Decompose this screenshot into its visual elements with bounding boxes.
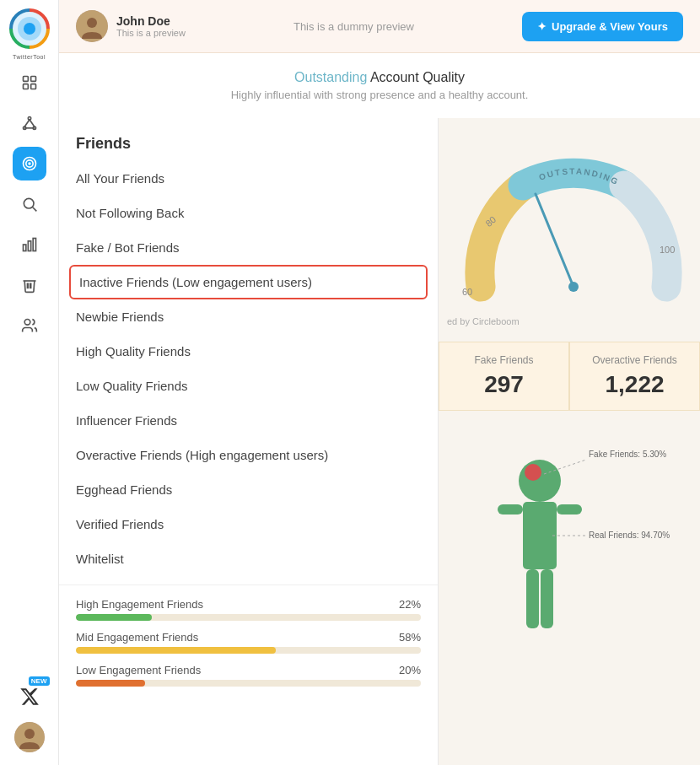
svg-point-29 — [568, 282, 579, 292]
overactive-friends-value: 1,222 — [584, 371, 686, 398]
menu-item-low-quality-friends[interactable]: Low Quality Friends — [59, 369, 438, 403]
overactive-friends-label: Overactive Friends — [584, 354, 686, 366]
header-bar: John Doe This is a preview This is a dum… — [59, 0, 700, 53]
fake-friends-value: 297 — [453, 371, 555, 398]
sidebar-item-delete[interactable] — [13, 268, 46, 302]
svg-rect-20 — [33, 239, 35, 251]
svg-rect-5 — [23, 84, 28, 89]
quality-subtitle: Highly influential with strong presence … — [76, 89, 683, 101]
fake-friends-label: Fake Friends — [453, 354, 555, 366]
progress-high-engagement: High Engagement Friends 22% — [76, 598, 421, 621]
menu-item-not-following-back[interactable]: Not Following Back — [59, 196, 438, 230]
svg-point-35 — [525, 464, 541, 481]
svg-rect-19 — [28, 241, 30, 251]
menu-item-inactive-friends[interactable]: Inactive Friends (Low engagement users) — [69, 265, 428, 299]
quality-title: Outstanding Account Quality — [76, 70, 683, 85]
svg-rect-21 — [27, 283, 28, 288]
circleboom-credit: ed by Circleboom — [447, 316, 520, 326]
menu-item-whitelist[interactable]: Whitelist — [59, 541, 438, 576]
svg-line-11 — [30, 120, 35, 127]
menu-item-high-quality-friends[interactable]: High Quality Friends — [59, 334, 438, 369]
sidebar-item-search[interactable] — [13, 187, 46, 221]
sidebar-item-chart[interactable] — [13, 228, 46, 261]
header-dummy-text: This is a dummy preview — [293, 20, 414, 33]
progress-mid-label: Mid Engagement Friends — [76, 631, 198, 644]
progress-low-label: Low Engagement Friends — [76, 664, 201, 676]
account-text: Account Quality — [367, 70, 465, 84]
progress-mid-engagement: Mid Engagement Friends 58% — [76, 631, 421, 654]
progress-high-percent: 22% — [399, 598, 421, 611]
svg-point-15 — [29, 163, 30, 164]
svg-point-16 — [24, 198, 34, 208]
svg-point-27 — [87, 18, 97, 28]
svg-rect-37 — [498, 504, 523, 514]
progress-mid-bar-bg — [76, 647, 421, 654]
app-logo[interactable]: TwitterTool — [9, 8, 50, 49]
new-badge: NEW — [29, 676, 50, 686]
svg-point-23 — [24, 320, 30, 326]
svg-rect-38 — [557, 504, 582, 514]
sidebar-item-users[interactable] — [13, 309, 46, 342]
svg-rect-6 — [30, 84, 35, 89]
upgrade-label: Upgrade & View Yours — [552, 20, 668, 33]
menu-item-influencer-friends[interactable]: Influencer Friends — [59, 403, 438, 438]
svg-text:100: 100 — [660, 245, 675, 255]
main-content: John Doe This is a preview This is a dum… — [59, 0, 700, 765]
fake-friends-card: Fake Friends 297 — [439, 342, 569, 411]
header-preview-label: This is a preview — [116, 28, 186, 38]
svg-rect-39 — [526, 569, 539, 628]
svg-rect-36 — [523, 502, 557, 569]
progress-low-bar-bg — [76, 680, 421, 687]
svg-line-10 — [24, 120, 30, 127]
svg-line-17 — [32, 207, 36, 212]
svg-rect-22 — [30, 283, 30, 288]
svg-line-28 — [536, 194, 573, 287]
menu-header: Friends — [59, 118, 438, 161]
svg-rect-40 — [541, 569, 553, 628]
header-user-details: John Doe This is a preview — [116, 14, 186, 38]
sidebar-item-dashboard[interactable] — [13, 66, 46, 100]
menu-item-newbie-friends[interactable]: Newbie Friends — [59, 299, 438, 334]
app-name-label: TwitterTool — [9, 54, 50, 60]
progress-high-label: High Engagement Friends — [76, 598, 203, 611]
header-user-info: John Doe This is a preview — [76, 10, 186, 42]
sidebar-bottom: NEW — [13, 680, 46, 765]
upgrade-button[interactable]: ✦ Upgrade & View Yours — [522, 12, 683, 41]
user-avatar-sidebar[interactable] — [14, 722, 45, 752]
sidebar-item-target[interactable] — [13, 147, 46, 180]
stats-row: Fake Friends 297 Overactive Friends 1,22… — [439, 342, 700, 411]
svg-rect-4 — [30, 77, 35, 82]
svg-text:Real Friends: 94.70%: Real Friends: 94.70% — [589, 531, 670, 540]
menu-item-fake-bot-friends[interactable]: Fake / Bot Friends — [59, 230, 438, 265]
progress-mid-percent: 58% — [399, 631, 421, 644]
quality-section: Outstanding Account Quality Highly influ… — [59, 53, 700, 118]
header-avatar — [76, 10, 108, 42]
menu-item-all-friends[interactable]: All Your Friends — [59, 161, 438, 196]
svg-text:60: 60 — [462, 287, 472, 297]
menu-item-verified-friends[interactable]: Verified Friends — [59, 507, 438, 541]
progress-high-bar-bg — [76, 614, 421, 621]
svg-point-25 — [24, 729, 35, 739]
progress-section: High Engagement Friends 22% Mid Engageme… — [59, 585, 438, 705]
content-area: Friends All Your Friends Not Following B… — [59, 118, 700, 765]
menu-item-egghead-friends[interactable]: Egghead Friends — [59, 472, 438, 507]
svg-rect-18 — [23, 245, 25, 251]
svg-point-7 — [28, 117, 30, 120]
progress-low-header: Low Engagement Friends 20% — [76, 664, 421, 676]
upgrade-icon: ✦ — [537, 20, 547, 33]
sidebar-item-x[interactable]: NEW — [13, 680, 46, 714]
progress-mid-bar-fill — [76, 647, 276, 654]
sidebar-item-network[interactable] — [13, 106, 46, 140]
outstanding-text: Outstanding — [294, 70, 367, 84]
svg-text:Fake Friends: 5.30%: Fake Friends: 5.30% — [589, 450, 666, 459]
sidebar: TwitterTool NEW — [0, 0, 59, 765]
body-figure-section: Fake Friends: 5.30% Real Friends: 94.70% — [439, 439, 700, 765]
progress-high-bar-fill — [76, 614, 152, 621]
menu-item-overactive-friends[interactable]: Overactive Friends (High engagement user… — [59, 438, 438, 472]
right-panel: 60 100 OUTSTANDING 80 ed by Circleboom — [439, 118, 700, 765]
progress-mid-header: Mid Engagement Friends 58% — [76, 631, 421, 644]
header-username: John Doe — [116, 14, 186, 28]
progress-low-percent: 20% — [399, 664, 421, 676]
progress-low-bar-fill — [76, 680, 145, 687]
overactive-friends-card: Overactive Friends 1,222 — [569, 342, 700, 411]
